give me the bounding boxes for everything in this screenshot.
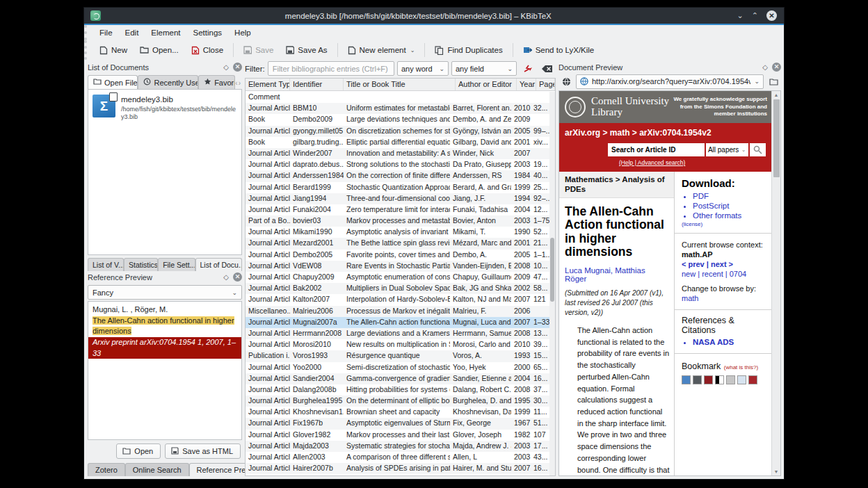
table-row[interactable]: Journal ArticleBurghelea1995On the deter…	[246, 396, 549, 407]
table-row[interactable]: Journal ArticleWinder2007Innovation and …	[246, 148, 549, 159]
reference-link[interactable]: NASA ADS	[693, 338, 767, 346]
table-row[interactable]: BookDembo2009Large deviations techniques…	[246, 114, 549, 125]
table-row[interactable]: Bookgilbarg.truding...Elliptic partial d…	[246, 137, 549, 148]
paper-authors[interactable]: Luca Mugnai, Matthias Röger	[559, 263, 674, 283]
table-row[interactable]: Journal ArticleYoo2000Semi-discretizatio…	[246, 362, 549, 373]
sciencewise-icon[interactable]	[748, 375, 757, 384]
table-row[interactable]: Journal ArticleJiang1994Three-and four-d…	[246, 193, 549, 204]
browse-link[interactable]: math	[682, 294, 767, 302]
filter-field-select[interactable]: any field⌄	[451, 61, 517, 76]
save-as-html-button[interactable]: Save as HTML	[165, 444, 241, 459]
column-header[interactable]: Author or Editor	[456, 79, 517, 90]
scroll-left-icon[interactable]: ‹	[235, 79, 237, 87]
table-row[interactable]: Journal ArticleHairer2007bAnalysis of SP…	[246, 463, 549, 474]
menu-settings[interactable]: Settings	[188, 27, 228, 38]
tab-list-of-v-[interactable]: List of V...	[88, 258, 124, 271]
close-button[interactable]: ✕	[766, 10, 777, 21]
column-header[interactable]: Title or Book Title	[344, 79, 456, 90]
table-row[interactable]: Journal ArticleBak2002Multipliers in Dua…	[246, 283, 549, 294]
titlebar[interactable]: mendeley3.bib [/home/fish/git/kbibtex/te…	[84, 8, 784, 25]
minimize-button[interactable]: ⌄	[737, 12, 744, 19]
table-row[interactable]: Journal ArticleChapuy2009Asymptotic enum…	[246, 272, 549, 283]
tab-open-files[interactable]: Open Files	[88, 75, 138, 89]
column-header[interactable]: Element Type	[246, 79, 290, 90]
tab-recently-used[interactable]: Recently Used	[138, 75, 198, 89]
context-link[interactable]: 0704	[730, 270, 746, 278]
render-mode-button[interactable]	[558, 74, 574, 89]
column-header[interactable]: Year	[517, 79, 536, 90]
table-row[interactable]: Journal ArticleDembo2005Favorite points,…	[246, 250, 549, 261]
citeulike-icon[interactable]	[682, 375, 691, 384]
download-link[interactable]: PDF	[693, 192, 767, 200]
menu-edit[interactable]: Edit	[120, 27, 145, 38]
column-header[interactable]: Pages	[536, 79, 555, 90]
table-row[interactable]: Journal ArticleMikami1990Asymptotic anal…	[246, 227, 549, 238]
context-link[interactable]: recent	[702, 270, 723, 278]
tab-statistics[interactable]: Statistics	[124, 258, 158, 271]
arxiv-help-links[interactable]: (Help | Advanced search)	[619, 159, 766, 166]
reddit-icon[interactable]	[737, 375, 746, 384]
open-button[interactable]: Open	[116, 444, 161, 459]
bibsonomy-icon[interactable]	[693, 375, 702, 384]
maximize-button[interactable]: ⌃	[752, 12, 758, 19]
close-panel-icon[interactable]: ✕	[233, 273, 242, 282]
table-row[interactable]: Journal ArticleBerard1999Stochastic Quan…	[246, 182, 549, 193]
bookmark-hint[interactable]: (what is this?)	[724, 364, 758, 371]
search-pdf-button[interactable]	[520, 61, 536, 76]
open-external-button[interactable]	[766, 74, 781, 89]
new-button[interactable]: New	[94, 43, 133, 58]
download-link[interactable]: PostScript	[693, 202, 767, 210]
table-row[interactable]: Journal ArticleVdEW08Rare Events in Stoc…	[246, 261, 549, 272]
scroll-up-icon[interactable]: ▲	[774, 91, 779, 99]
table-row[interactable]: Comment	[246, 92, 549, 103]
list-item[interactable]: Σ mendeley3.bib /home/fish/git/kbibtex/t…	[88, 90, 241, 127]
preview-style-select[interactable]: Fancy ⌄	[88, 285, 242, 300]
tab-online-search[interactable]: Online Search	[125, 463, 189, 476]
filter-word-select[interactable]: any word⌄	[397, 61, 449, 76]
table-row[interactable]: Journal Articledaprato.debus...Strong so…	[246, 159, 549, 170]
table-row[interactable]: Journal ArticleAllen2003A comparison of …	[246, 452, 549, 463]
column-header[interactable]: Identifier	[290, 79, 344, 90]
table-row[interactable]: Journal Articlegyongy.millet05On discret…	[246, 126, 549, 137]
del-icio-us-icon[interactable]	[715, 375, 724, 384]
table-row[interactable]: Journal ArticleAnderssen1984On the corre…	[246, 170, 549, 181]
license-link[interactable]: (license)	[682, 221, 767, 227]
context-link[interactable]: new	[682, 270, 696, 278]
table-row[interactable]: Journal ArticleBEGK00Metastability and s…	[246, 474, 549, 475]
float-panel-icon[interactable]: ◇	[762, 64, 768, 71]
table-row[interactable]: Journal ArticleKhoshnevisan1...Brownian …	[246, 407, 549, 418]
tab-file-sett-[interactable]: File Sett...	[158, 258, 195, 271]
menu-file[interactable]: File	[94, 27, 118, 38]
url-combobox[interactable]: http://arxiv.org/search?query=arXiv:0704…	[576, 74, 764, 89]
tab-list-of-docu-[interactable]: List of Docu...	[195, 258, 243, 271]
new-element-button[interactable]: New element⌄	[342, 43, 421, 58]
table-row[interactable]: Journal ArticleFix1967bAsymptotic eigenv…	[246, 418, 549, 429]
table-row[interactable]: Journal ArticleDalang2008bHitting probab…	[246, 384, 549, 396]
table-row[interactable]: Journal ArticleHerrmann2008Large deviati…	[246, 328, 549, 339]
close-panel-icon[interactable]: ✕	[233, 63, 242, 72]
prev-link[interactable]: < prev	[682, 260, 705, 268]
arxiv-search-button[interactable]	[750, 143, 766, 156]
clear-filter-button[interactable]	[539, 61, 556, 76]
float-panel-icon[interactable]: ◇	[223, 274, 229, 281]
float-panel-icon[interactable]: ◇	[223, 64, 229, 71]
close-panel-icon[interactable]: ✕	[772, 63, 781, 72]
scroll-down-icon[interactable]: ▼	[774, 468, 779, 475]
arxiv-search-input[interactable]: Search or Article ID	[608, 143, 705, 156]
open--button[interactable]: Open...	[134, 43, 184, 57]
table-row[interactable]: Journal ArticleMajda2003Systematic strat…	[246, 441, 549, 452]
table-row[interactable]: Journal ArticleBBM10Uniform estimates fo…	[246, 103, 549, 114]
tab-favori[interactable]: Favori	[198, 75, 235, 89]
browser-scrollbar[interactable]: ▲ ▼	[771, 91, 780, 475]
arxiv-scope-select[interactable]: All papers⌄	[706, 143, 748, 156]
table-row[interactable]: Journal ArticleKalton2007Interpolation o…	[246, 294, 549, 305]
scrollbar-thumb[interactable]	[550, 238, 554, 302]
table-row[interactable]: Journal ArticleGlover1982Markov processe…	[246, 430, 549, 441]
download-link[interactable]: Other formats	[693, 211, 767, 220]
table-row[interactable]: Journal ArticleMezard2001The Bethe latti…	[246, 238, 549, 249]
table-row[interactable]: Publication i...Voros1993Résurgence quan…	[246, 350, 549, 361]
table-scrollbar[interactable]	[549, 92, 555, 475]
mendeley-icon[interactable]	[704, 375, 713, 384]
save-as-button[interactable]: Save As	[280, 43, 332, 57]
scrollbar-thumb[interactable]	[773, 99, 780, 177]
